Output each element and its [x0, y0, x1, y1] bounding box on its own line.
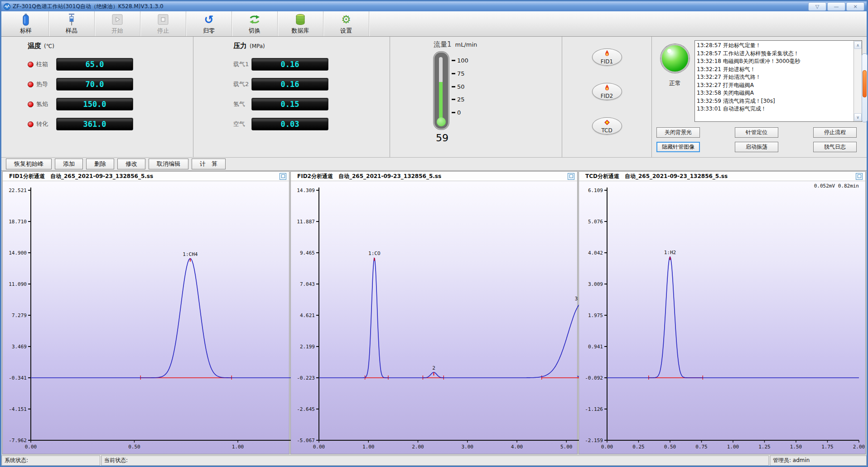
- svg-text:14.309: 14.309: [297, 188, 315, 193]
- detector-button-fid2[interactable]: FID2: [592, 83, 622, 100]
- toolbar-button-play[interactable]: 开始: [95, 11, 140, 36]
- svg-text:3.00: 3.00: [462, 444, 474, 450]
- status-led: [28, 121, 34, 127]
- chart-panel-tcd: TCD分析通道自动_265_2021-09-23_132856_5.ss0.05…: [579, 171, 866, 454]
- peak-label: 1:H2: [664, 250, 676, 255]
- theme-button[interactable]: ▽: [808, 2, 826, 11]
- lcd-display: 70.0: [56, 78, 133, 91]
- log-scrollbar[interactable]: ∧ ∨: [854, 41, 862, 121]
- svg-text:-0.341: -0.341: [9, 375, 27, 381]
- minimize-button[interactable]: —: [827, 2, 845, 11]
- temperature-section: 温度(℃) 柱箱65.0热导70.0氢焰150.0转化361.0: [1, 37, 193, 157]
- edge-scrollbar-thumb[interactable]: [863, 70, 867, 97]
- toolbar-button-stop[interactable]: 停止: [140, 11, 186, 36]
- toolbar-button-switch[interactable]: 切换: [232, 11, 278, 36]
- chart-header: TCD分析通道自动_265_2021-09-23_132856_5.ss: [579, 172, 865, 181]
- status-log-section: 正常 13:28:57 开始标气定量！13:28:57 工作站进入标样预备采集状…: [652, 37, 867, 157]
- meter-label: 氢气: [233, 100, 251, 108]
- svg-text:-0.092: -0.092: [585, 375, 603, 381]
- svg-text:11.887: 11.887: [297, 219, 315, 225]
- close-button[interactable]: ×: [846, 2, 864, 11]
- maximize-icon[interactable]: [856, 173, 863, 180]
- detector-button-tcd[interactable]: TCD: [592, 117, 622, 135]
- meter-label: 空气: [233, 120, 251, 128]
- edit-button[interactable]: 取消编辑: [149, 159, 188, 169]
- status-lamp-block: 正常: [656, 40, 694, 122]
- chart-plot-fid2[interactable]: 0.000mV 0.00min14.30911.8879.4657.0434.6…: [291, 181, 577, 454]
- lcd-display: 0.15: [251, 98, 328, 111]
- switch-icon: [248, 13, 261, 26]
- scroll-down-icon[interactable]: ∨: [854, 113, 862, 121]
- panel-button[interactable]: 隐藏针管图像: [656, 142, 700, 152]
- main-toolbar: 标样样品开始停止↺归零切换数据库⚙设置: [1, 11, 867, 37]
- svg-text:1.00: 1.00: [727, 444, 739, 450]
- log-line: 13:32:18 电磁阀B关闭后缓冲！3000毫秒: [697, 58, 852, 66]
- chromatogram-area: FID1分析通道自动_265_2021-09-23_132856_5.ss16.…: [1, 171, 867, 455]
- svg-text:5.00: 5.00: [560, 444, 573, 450]
- chart-plot-tcd[interactable]: 0.052mV 0.82min6.1095.0764.0423.0091.975…: [579, 181, 865, 454]
- svg-text:-1.126: -1.126: [585, 406, 603, 412]
- edit-button[interactable]: 计 算: [192, 159, 226, 169]
- detector-section: FID1FID2TCD: [562, 37, 652, 157]
- gauge-tick-label: 50: [457, 83, 465, 90]
- detector-label: FID1: [601, 59, 613, 64]
- window-title: ZF-301Q色谱工作站(301Q自动（绝缘油）K528.M)V3.1.3.0: [13, 3, 164, 10]
- gauge-tick-dash: [452, 60, 455, 61]
- toolbar-button-gear[interactable]: ⚙设置: [323, 11, 369, 36]
- svg-text:9.465: 9.465: [300, 250, 315, 256]
- gas-cylinder-icon: [22, 13, 29, 26]
- svg-text:0.50: 0.50: [128, 444, 140, 450]
- thermometer: [434, 52, 449, 130]
- toolbar-button-label: 开始: [111, 27, 123, 35]
- panel-button[interactable]: 针管定位: [735, 127, 778, 138]
- edit-button[interactable]: 恢复初始峰: [6, 159, 52, 169]
- toolbar-button-label: 设置: [340, 27, 352, 35]
- flame-icon: [604, 84, 610, 93]
- svg-text:14.900: 14.900: [9, 250, 27, 256]
- chart-filename: 自动_265_2021-09-23_132856_5.ss: [625, 173, 728, 180]
- svg-text:1.975: 1.975: [588, 313, 603, 318]
- panel-button[interactable]: 脱气日志: [813, 142, 857, 152]
- toolbar-button-database[interactable]: 数据库: [278, 11, 323, 36]
- edit-button[interactable]: 添加: [55, 159, 83, 169]
- gauge-tick: 50: [452, 83, 468, 90]
- gauge-tick: 0: [452, 109, 468, 116]
- toolbar-button-label: 切换: [249, 27, 260, 35]
- svg-text:1.00: 1.00: [232, 444, 244, 450]
- pressure-row: 载气10.16: [233, 58, 390, 70]
- edit-button[interactable]: 删除: [86, 159, 114, 169]
- gauge-tick-dash: [452, 86, 455, 87]
- lcd-display: 65.0: [56, 58, 133, 71]
- panel-button[interactable]: 停止流程: [813, 127, 857, 138]
- edge-scrollbar[interactable]: [862, 53, 868, 122]
- edit-button[interactable]: 修改: [117, 159, 145, 169]
- stop-icon: [158, 13, 169, 26]
- svg-text:-2.645: -2.645: [297, 406, 315, 412]
- svg-text:11.090: 11.090: [9, 281, 27, 287]
- detector-button-fid1[interactable]: FID1: [592, 48, 622, 66]
- database-icon: [295, 13, 305, 26]
- syringe-icon: [68, 13, 76, 26]
- maximize-icon[interactable]: [280, 173, 286, 180]
- scroll-up-icon[interactable]: ∧: [854, 41, 862, 49]
- panel-button[interactable]: 关闭背景光: [656, 127, 700, 138]
- toolbar-button-gas-cylinder[interactable]: 标样: [3, 11, 49, 36]
- chart-plot-fid1[interactable]: 16.544mV 3.12min22.52118.71014.90011.090…: [3, 181, 289, 454]
- toolbar-button-syringe[interactable]: 样品: [49, 11, 95, 36]
- svg-text:2.00: 2.00: [853, 444, 865, 450]
- panel-button[interactable]: 启动振荡: [735, 142, 778, 152]
- lcd-display: 361.0: [56, 118, 133, 130]
- pressure-row: 载气20.16: [233, 78, 390, 90]
- event-log[interactable]: 13:28:57 开始标气定量！13:28:57 工作站进入标样预备采集状态！1…: [694, 40, 862, 122]
- status-lamp-label: 正常: [669, 79, 681, 87]
- gauge-tick-dash: [452, 99, 455, 100]
- svg-text:6.109: 6.109: [588, 188, 603, 193]
- toolbar-button-zero-reset[interactable]: ↺归零: [186, 11, 232, 36]
- toolbar-button-label: 数据库: [292, 27, 309, 35]
- flow-gauge: 1007550250: [434, 52, 562, 130]
- control-panel: 温度(℃) 柱箱65.0热导70.0氢焰150.0转化361.0 压力(MPa)…: [1, 37, 867, 158]
- detector-label: TCD: [601, 128, 612, 133]
- temperature-title: 温度(℃): [28, 41, 193, 50]
- maximize-icon[interactable]: [568, 173, 574, 180]
- admin-cell: 管理员: admin: [770, 455, 867, 466]
